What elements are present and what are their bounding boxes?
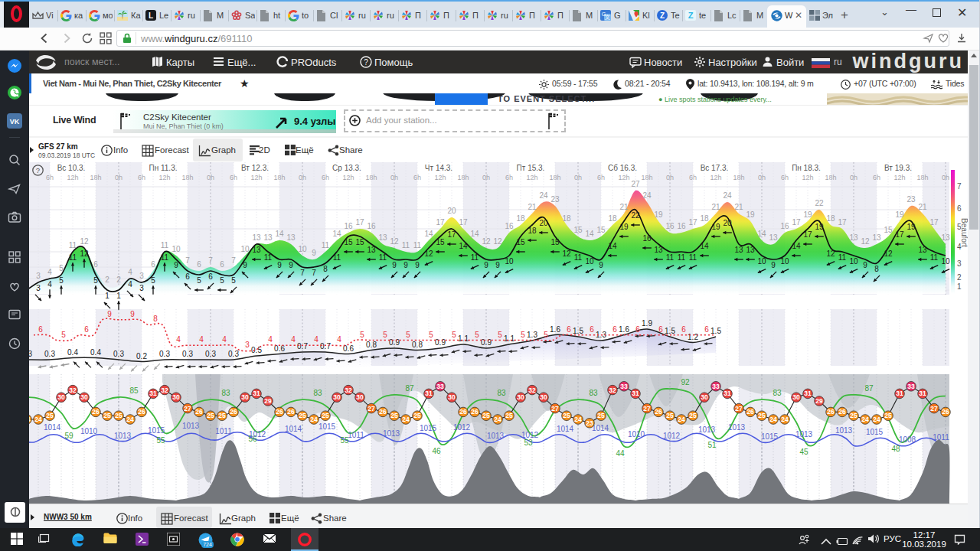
svg-text:24: 24 (29, 416, 31, 423)
svg-text:1.6: 1.6 (550, 325, 560, 334)
svg-text:4: 4 (176, 335, 181, 344)
svg-text:0.3: 0.3 (228, 350, 239, 358)
svg-text:11: 11 (930, 253, 939, 262)
svg-text:14: 14 (700, 242, 709, 250)
svg-text:10: 10 (757, 257, 766, 266)
svg-text:1014: 1014 (592, 424, 609, 432)
svg-text:13: 13 (263, 233, 273, 242)
svg-text:0.9: 0.9 (435, 338, 446, 347)
svg-text:10: 10 (780, 257, 789, 266)
svg-text:14: 14 (470, 230, 479, 238)
svg-text:4: 4 (128, 268, 132, 276)
svg-text:1013: 1013 (114, 432, 132, 440)
svg-text:12h: 12h (434, 174, 446, 181)
svg-text:19: 19 (711, 223, 720, 231)
svg-text:6: 6 (220, 260, 224, 269)
svg-text:1012: 1012 (663, 432, 681, 440)
svg-text:1014: 1014 (44, 423, 61, 432)
svg-text:48: 48 (891, 445, 900, 453)
svg-text:31: 31 (149, 390, 157, 397)
svg-text:30: 30 (356, 393, 364, 401)
svg-text:6: 6 (704, 325, 709, 334)
svg-text:Z: Z (688, 11, 694, 20)
svg-text:33: 33 (907, 383, 915, 390)
svg-text:12h: 12h (342, 174, 354, 181)
svg-text:12h: 12h (158, 174, 170, 181)
svg-text:13: 13 (252, 233, 261, 242)
svg-text:1012: 1012 (453, 423, 471, 432)
svg-text:6: 6 (567, 325, 571, 334)
svg-text:32: 32 (528, 386, 536, 394)
svg-text:3: 3 (245, 341, 250, 349)
svg-text:0.3: 0.3 (205, 350, 216, 358)
svg-text:1014: 1014 (285, 425, 302, 433)
svg-text:19: 19 (619, 223, 629, 231)
svg-text:12h: 12h (67, 174, 78, 181)
svg-text:13: 13 (378, 233, 387, 242)
svg-text:1015: 1015 (318, 422, 336, 431)
svg-text:10: 10 (849, 257, 858, 266)
svg-text:24: 24 (310, 416, 318, 423)
svg-text:4: 4 (47, 280, 52, 289)
svg-text:18h: 18h (641, 174, 652, 181)
svg-text:4: 4 (268, 335, 273, 344)
svg-text:12: 12 (390, 237, 399, 246)
svg-text:19: 19 (803, 210, 812, 219)
svg-text:16: 16 (505, 222, 514, 230)
svg-text:24: 24 (494, 416, 501, 423)
svg-text:1: 1 (957, 282, 962, 291)
svg-text:5: 5 (220, 276, 224, 285)
svg-text:25: 25 (758, 412, 766, 419)
svg-text:10: 10 (585, 257, 594, 266)
svg-text:9: 9 (107, 310, 112, 318)
svg-text:6: 6 (84, 325, 89, 334)
svg-text:5: 5 (452, 331, 456, 339)
svg-text:4: 4 (47, 268, 52, 276)
svg-text:1013: 1013 (795, 430, 813, 439)
svg-text:0.3: 0.3 (29, 350, 32, 358)
svg-text:5: 5 (231, 276, 236, 285)
svg-text:1.9: 1.9 (642, 319, 652, 328)
svg-text:26: 26 (230, 408, 237, 416)
svg-text:18h: 18h (733, 174, 744, 181)
svg-text:44: 44 (616, 449, 625, 458)
svg-text:25: 25 (850, 412, 858, 419)
svg-text:11: 11 (161, 253, 169, 262)
svg-text:26: 26 (471, 408, 479, 416)
svg-text:53: 53 (524, 439, 533, 447)
svg-text:24: 24 (34, 416, 42, 423)
svg-text:6h: 6h (322, 174, 329, 181)
svg-text:18: 18 (562, 214, 571, 223)
svg-text:6h: 6h (597, 174, 605, 181)
svg-text:17: 17 (929, 218, 939, 227)
svg-text:30: 30 (80, 393, 88, 401)
svg-text:24: 24 (769, 416, 777, 423)
svg-text:1013: 1013 (698, 425, 716, 434)
svg-text:24: 24 (861, 416, 869, 423)
svg-text:20: 20 (539, 219, 548, 227)
svg-text:12h: 12h (893, 174, 905, 181)
svg-text:L: L (149, 11, 153, 20)
svg-text:9: 9 (174, 261, 178, 269)
svg-text:15: 15 (573, 226, 583, 234)
svg-text:5: 5 (406, 331, 410, 339)
svg-text:1.1: 1.1 (458, 334, 469, 343)
svg-text:11: 11 (666, 253, 675, 262)
svg-text:18: 18 (528, 227, 537, 235)
svg-text:12h: 12h (618, 174, 629, 181)
svg-text:17: 17 (895, 230, 904, 239)
svg-text:18h: 18h (825, 174, 836, 181)
svg-text:12: 12 (482, 237, 491, 246)
svg-text:32: 32 (609, 386, 616, 394)
svg-text:15: 15 (436, 238, 445, 246)
svg-text:8: 8 (153, 315, 158, 323)
svg-text:14: 14 (275, 230, 284, 238)
svg-text:6: 6 (93, 260, 98, 269)
svg-text:12: 12 (884, 249, 893, 258)
svg-text:9: 9 (312, 249, 316, 257)
svg-text:4: 4 (222, 335, 227, 344)
svg-text:31: 31 (632, 390, 639, 397)
svg-text:6: 6 (957, 204, 962, 213)
svg-text:25: 25 (115, 412, 122, 419)
svg-text:9: 9 (403, 261, 408, 269)
